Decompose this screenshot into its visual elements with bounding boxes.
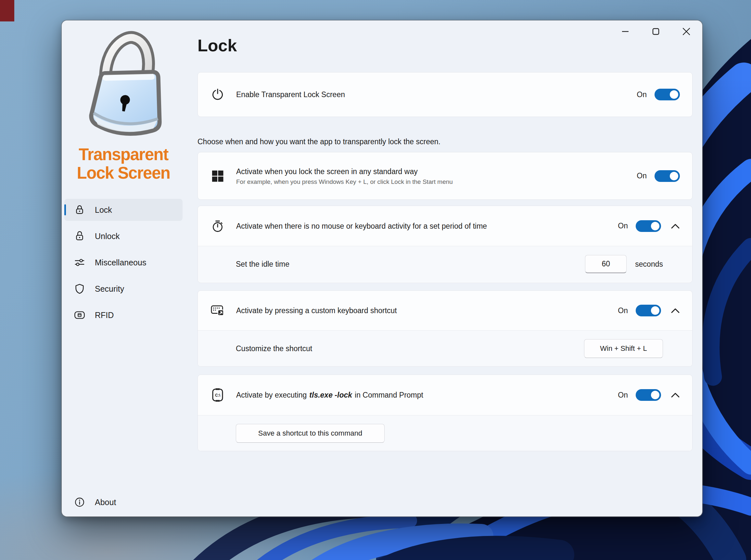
command-expander-header[interactable]: C:\ Activate by executingtls.exe -lockin… <box>198 375 692 415</box>
standard-lock-subtitle: For example, when you press Windows Key … <box>236 178 453 185</box>
shortcut-toggle-state: On <box>618 306 628 315</box>
close-button[interactable] <box>677 24 696 39</box>
chevron-up-icon[interactable] <box>671 223 680 229</box>
standard-toggle-state: On <box>637 172 647 180</box>
sidebar-item-about[interactable]: About <box>64 491 183 513</box>
section-caption: Choose when and how you want the app to … <box>198 137 441 146</box>
window-caption-buttons <box>604 24 696 39</box>
toggle-knob <box>670 90 678 99</box>
idle-time-input[interactable] <box>585 255 627 273</box>
sidebar-item-miscellaneous[interactable]: Miscellaneous <box>64 252 183 274</box>
idle-time-row: Set the idle time seconds <box>198 246 692 282</box>
svg-text:C:\: C:\ <box>215 393 221 398</box>
app-logo-line2: Lock Screen <box>62 164 185 182</box>
command-toggle[interactable] <box>636 389 661 401</box>
enable-toggle-state: On <box>637 90 647 99</box>
save-shortcut-row: Save a shortcut to this command <box>198 415 692 451</box>
sidebar-item-label: Security <box>95 284 124 294</box>
toggle-knob <box>670 172 678 180</box>
sidebar-item-label: RFID <box>95 311 114 320</box>
standard-lock-title: Activate when you lock the screen in any… <box>236 167 453 176</box>
standard-lock-toggle[interactable] <box>654 170 680 182</box>
timer-icon <box>211 220 224 233</box>
command-title-command: tls.exe -lock <box>309 391 352 399</box>
keyboard-shortcut-card: Activate by pressing a custom keyboard s… <box>198 291 692 367</box>
sidebar-item-security[interactable]: Security <box>64 278 183 300</box>
sidebar-item-lock[interactable]: Lock <box>64 199 183 221</box>
toggle-knob <box>651 391 659 399</box>
enable-toggle[interactable] <box>654 89 680 100</box>
idle-title: Activate when there is no mouse or keybo… <box>236 221 487 231</box>
sidebar-item-label: Unlock <box>95 232 120 241</box>
maximize-icon <box>652 27 660 35</box>
shortcut-toggle[interactable] <box>636 305 661 316</box>
chevron-up-icon[interactable] <box>671 307 680 314</box>
sidebar-item-rfid[interactable]: RFID <box>64 304 183 326</box>
standard-lock-card: Activate when you lock the screen in any… <box>198 152 692 200</box>
toggle-knob <box>651 306 659 315</box>
minimize-icon <box>622 27 629 35</box>
enable-label: Enable Transparent Lock Screen <box>236 89 345 99</box>
command-title-prefix: Activate by executing <box>236 391 307 399</box>
keyboard-shortcut-icon <box>211 304 224 317</box>
command-prompt-card: C:\ Activate by executingtls.exe -lockin… <box>198 375 692 451</box>
unlock-icon <box>74 231 85 242</box>
sidebar: Transparent Lock Screen Lock <box>62 20 185 517</box>
idle-toggle-state: On <box>618 222 628 230</box>
enable-card: Enable Transparent Lock Screen On <box>198 72 692 117</box>
shield-icon <box>74 283 85 294</box>
sidebar-item-unlock[interactable]: Unlock <box>64 225 183 247</box>
app-logo-line1: Transparent <box>62 145 185 164</box>
idle-time-unit: seconds <box>635 260 663 268</box>
command-prompt-icon: C:\ <box>211 388 224 402</box>
idle-activation-card: Activate when there is no mouse or keybo… <box>198 206 692 283</box>
command-toggle-state: On <box>618 391 628 400</box>
app-window: Transparent Lock Screen Lock <box>62 20 702 517</box>
maximize-button[interactable] <box>646 24 665 39</box>
customize-shortcut-row: Customize the shortcut Win + Shift + L <box>198 331 692 366</box>
page-title: Lock <box>198 35 237 56</box>
about-label: About <box>95 498 116 507</box>
desktop: Transparent Lock Screen Lock <box>0 0 751 560</box>
padlock-logo <box>79 26 168 142</box>
app-logo-text: Transparent Lock Screen <box>62 145 185 182</box>
shortcut-expander-header[interactable]: Activate by pressing a custom keyboard s… <box>198 291 692 331</box>
sidebar-nav: Lock Unlock <box>64 199 183 331</box>
windows-logo-icon <box>211 170 224 182</box>
minimize-button[interactable] <box>616 24 635 39</box>
main-content: Lock Enable Transparent Lock Screen On <box>198 20 692 517</box>
command-title: Activate by executingtls.exe -lockin Com… <box>236 390 423 400</box>
close-icon <box>682 27 691 36</box>
sidebar-item-label: Lock <box>95 205 112 215</box>
sliders-icon <box>74 257 85 268</box>
idle-toggle[interactable] <box>636 220 661 232</box>
command-title-suffix: in Command Prompt <box>355 391 423 399</box>
shortcut-value-button[interactable]: Win + Shift + L <box>584 339 663 358</box>
idle-expander-header[interactable]: Activate when there is no mouse or keybo… <box>198 206 692 246</box>
info-icon <box>74 497 85 508</box>
power-icon <box>211 88 224 101</box>
shortcut-title: Activate by pressing a custom keyboard s… <box>236 306 397 315</box>
chevron-up-icon[interactable] <box>671 392 680 398</box>
save-shortcut-button[interactable]: Save a shortcut to this command <box>236 424 385 443</box>
sidebar-item-label: Miscellaneous <box>95 258 146 267</box>
idle-time-label: Set the idle time <box>236 260 585 268</box>
toggle-knob <box>651 222 659 230</box>
lock-icon <box>74 204 85 215</box>
customize-shortcut-label: Customize the shortcut <box>236 344 584 353</box>
screen-corner-artifact <box>0 0 14 21</box>
rfid-card-icon <box>74 309 85 321</box>
